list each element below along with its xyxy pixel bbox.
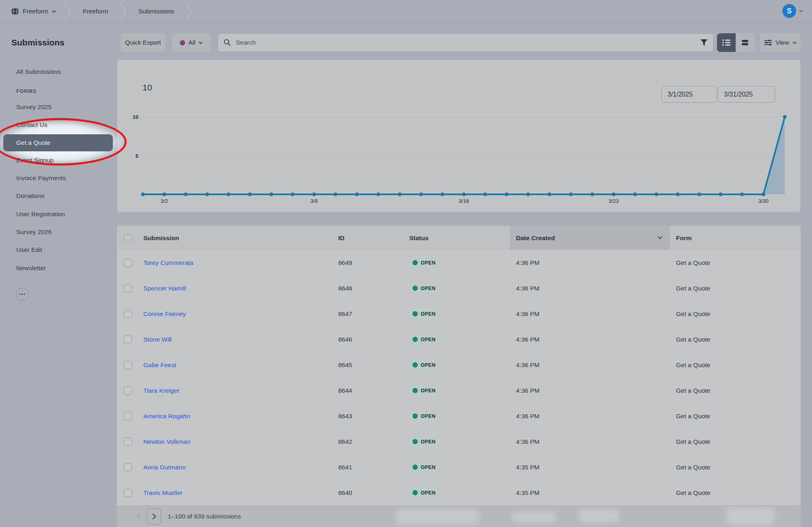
row-checkbox[interactable] [124, 489, 132, 497]
svg-text:3/23: 3/23 [609, 198, 619, 204]
sidebar-item-get-a-quote[interactable]: Get a Quote [3, 134, 113, 151]
sidebar-item-event-signup[interactable]: Event Signup [0, 151, 117, 169]
card-view-button[interactable] [736, 33, 754, 52]
submission-id: 8640 [332, 489, 403, 497]
row-checkbox[interactable] [124, 361, 132, 369]
row-checkbox[interactable] [124, 310, 132, 318]
form-name: Get a Quote [670, 438, 801, 445]
account-menu[interactable]: S [782, 4, 803, 18]
column-header-date-created[interactable]: Date Created [510, 226, 670, 250]
status-badge: OPEN [409, 360, 441, 370]
search-input[interactable] [218, 33, 714, 52]
table-row: Connie Feeney 8647 OPEN 4:36 PM Get a Qu… [117, 301, 801, 327]
submission-id: 8642 [332, 438, 403, 445]
table-header: Submission ID Status Date Created Form [117, 226, 801, 250]
avatar[interactable]: S [782, 4, 796, 18]
status-dot-icon [412, 465, 418, 470]
submission-id: 8645 [332, 361, 403, 369]
date-created-value: 4:36 PM [510, 413, 670, 420]
form-name: Get a Quote [670, 361, 801, 369]
submission-id: 8649 [332, 259, 403, 267]
ellipsis-icon [19, 293, 25, 295]
row-checkbox[interactable] [124, 438, 132, 446]
row-checkbox[interactable] [124, 463, 132, 471]
next-page-button[interactable] [147, 508, 161, 525]
row-checkbox[interactable] [124, 412, 132, 420]
column-header-id[interactable]: ID [332, 234, 403, 242]
sidebar-item-donations[interactable]: Donations [0, 187, 117, 205]
status-dot-icon [412, 311, 418, 316]
quick-export-button[interactable]: Quick Export [121, 33, 165, 52]
page-title: Submissions [11, 38, 117, 47]
form-name: Get a Quote [670, 285, 801, 292]
chevron-down-icon [199, 41, 203, 45]
list-view-button[interactable] [717, 33, 736, 52]
row-checkbox[interactable] [124, 259, 132, 267]
date-range-start-input[interactable] [661, 86, 717, 103]
table-row: Anna Gutmann 8641 OPEN 4:35 PM Get a Quo… [117, 454, 801, 480]
column-header-status[interactable]: Status [403, 234, 510, 242]
submission-link[interactable]: Anna Gutmann [143, 464, 186, 471]
status-dot-icon [412, 362, 418, 368]
submission-id: 8644 [332, 387, 403, 394]
submission-link[interactable]: Connie Feeney [143, 310, 186, 317]
sidebar-item-survey-2026[interactable]: Survey 2026 [0, 223, 117, 241]
view-options-button[interactable]: View [760, 33, 801, 52]
submission-link[interactable]: Tiara Kreiger [143, 387, 179, 394]
submission-link[interactable]: Gabe Feest [143, 361, 176, 368]
sidebar-more-button[interactable] [16, 288, 28, 300]
pagination-bar: 1–100 of 839 submissions [117, 505, 801, 527]
submission-id: 8648 [332, 285, 403, 292]
status-badge: OPEN [409, 385, 441, 396]
pagination-label: 1–100 of 839 submissions [168, 513, 241, 520]
status-badge: OPEN [409, 462, 441, 473]
ghost-blob [512, 512, 556, 523]
status-badge: OPEN [409, 309, 441, 319]
previous-page-button[interactable] [136, 513, 141, 521]
app-menu[interactable]: Freeform [0, 0, 63, 23]
submission-link[interactable]: Spencer Hamill [143, 285, 186, 292]
row-checkbox[interactable] [124, 336, 132, 344]
sidebar-item-all-submissions[interactable]: All Submissions [0, 63, 117, 81]
svg-text:10: 10 [133, 114, 138, 120]
status-dot-icon [412, 439, 418, 444]
form-name: Get a Quote [670, 336, 801, 343]
date-created-value: 4:36 PM [510, 438, 670, 445]
svg-text:3/2: 3/2 [161, 198, 168, 204]
chevron-down-icon [793, 41, 797, 45]
breadcrumb-submissions[interactable]: Submissions [128, 8, 185, 15]
sidebar-item-user-registration[interactable]: User Registration [0, 205, 117, 223]
breadcrumb-freeform[interactable]: Freeform [72, 8, 119, 15]
chart-total-label: 10 [143, 83, 152, 92]
submission-link[interactable]: Travis Mueller [143, 489, 183, 496]
table-row: America Rogahn 8643 OPEN 4:36 PM Get a Q… [117, 403, 801, 429]
submission-link[interactable]: Torey Cummerata [143, 259, 193, 266]
status-dot-icon [412, 490, 418, 495]
submission-link[interactable]: America Rogahn [143, 413, 190, 419]
status-label: OPEN [421, 413, 436, 419]
submission-link[interactable]: Newton Volkman [143, 438, 190, 445]
breadcrumb-separator [119, 0, 128, 23]
submission-id: 8641 [332, 464, 403, 471]
submission-link[interactable]: Stone Will [143, 336, 172, 343]
select-all-checkbox[interactable] [124, 234, 132, 242]
column-header-submission[interactable]: Submission [137, 234, 332, 242]
date-range-end-input[interactable] [718, 86, 775, 103]
status-filter-dropdown[interactable]: All [172, 33, 210, 52]
status-label: OPEN [421, 490, 436, 496]
sidebar-item-invoice-payments[interactable]: Invoice Payments [0, 169, 117, 187]
form-name: Get a Quote [670, 387, 801, 394]
row-checkbox[interactable] [124, 284, 132, 293]
status-dot-icon [412, 286, 418, 291]
filter-icon[interactable] [700, 38, 708, 47]
column-header-form[interactable]: Form [670, 234, 801, 242]
search-icon [223, 39, 231, 47]
date-created-value: 4:36 PM [510, 259, 670, 267]
sidebar-item-user-edit[interactable]: User Edit [0, 241, 117, 259]
sidebar-item-contact-us[interactable]: Contact Us [0, 116, 117, 134]
form-name: Get a Quote [670, 310, 801, 318]
row-checkbox[interactable] [124, 387, 132, 395]
sidebar-item-survey-2025[interactable]: Survey 2025 [0, 98, 117, 116]
breadcrumb: Freeform Freeform Submissions [0, 0, 194, 23]
sidebar-item-newsletter[interactable]: Newsletter [0, 259, 117, 277]
